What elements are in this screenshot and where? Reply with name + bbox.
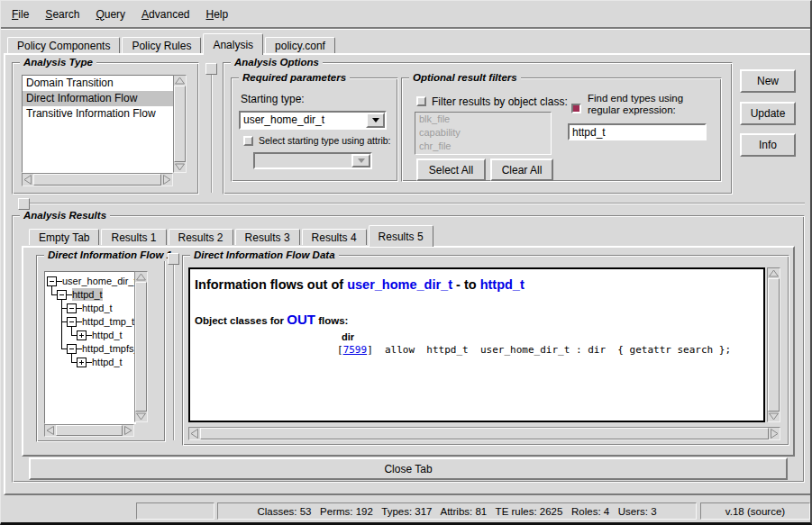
list-item[interactable]: Transitive Information Flow bbox=[23, 106, 174, 122]
flow-data-vscroll[interactable] bbox=[767, 267, 780, 422]
scroll-thumb[interactable] bbox=[768, 278, 780, 412]
flow-data-text[interactable]: Information flows out of user_home_dir_t… bbox=[188, 267, 765, 422]
starting-type-label: Starting type: bbox=[241, 93, 305, 105]
scroll-down-icon[interactable] bbox=[174, 162, 186, 172]
scroll-thumb[interactable] bbox=[56, 425, 123, 436]
tree-node-httpd-tmpfs-t[interactable]: httpd_tmpfs_t bbox=[82, 342, 136, 355]
results-tab-results-3[interactable]: Results 3 bbox=[235, 229, 300, 245]
analysis-type-vscroll[interactable] bbox=[173, 75, 187, 173]
regex-input[interactable] bbox=[568, 123, 707, 140]
scroll-thumb[interactable] bbox=[33, 174, 161, 186]
tab-policy-components[interactable]: Policy Components bbox=[7, 37, 120, 53]
tree-collapse-icon[interactable] bbox=[67, 303, 77, 313]
scroll-right-icon[interactable] bbox=[123, 425, 133, 436]
rule-line: [7599] allow httpd_t user_home_dir_t : d… bbox=[337, 344, 763, 356]
results-tab-empty-tab[interactable]: Empty Tab bbox=[29, 229, 99, 245]
flow-tree-vscroll[interactable] bbox=[134, 271, 148, 422]
optional-filters-group: Optional result filters Filter results b… bbox=[401, 77, 722, 182]
tree-collapse-icon[interactable] bbox=[67, 317, 77, 327]
attrib-combobox-value bbox=[255, 154, 351, 167]
info-button[interactable]: Info bbox=[740, 133, 796, 157]
attrib-checkbox[interactable] bbox=[243, 136, 253, 146]
list-item: blk_file bbox=[415, 113, 551, 126]
scroll-right-icon[interactable] bbox=[769, 428, 780, 439]
menu-item-help[interactable]: Help bbox=[205, 8, 228, 21]
scroll-left-icon[interactable] bbox=[23, 174, 33, 186]
chevron-down-icon bbox=[358, 158, 365, 163]
update-button[interactable]: Update bbox=[740, 102, 796, 125]
pane-sash-line[interactable] bbox=[211, 75, 213, 193]
tree-node-httpd-t[interactable]: httpd_t bbox=[92, 329, 123, 341]
flow-tree-hscroll[interactable] bbox=[44, 424, 134, 437]
tree-node-user-home-dir-t[interactable]: user_home_dir_t bbox=[62, 275, 136, 287]
scroll-up-icon[interactable] bbox=[768, 268, 780, 278]
scroll-down-icon[interactable] bbox=[135, 412, 147, 421]
object-class-filter-checkbox[interactable] bbox=[416, 96, 426, 106]
menu-item-query[interactable]: Query bbox=[96, 8, 125, 21]
tree-connector-line bbox=[51, 286, 52, 294]
results-sash-line[interactable] bbox=[30, 203, 805, 204]
tree-node-httpd-tmp-t[interactable]: httpd_tmp_t bbox=[82, 315, 134, 328]
tree-data-sash-handle[interactable] bbox=[168, 253, 179, 265]
menu-item-advanced[interactable]: Advanced bbox=[141, 8, 189, 21]
tree-node-httpd-t[interactable]: httpd_t bbox=[72, 288, 103, 301]
select-all-button[interactable]: Select All bbox=[416, 158, 486, 181]
scroll-down-icon[interactable] bbox=[768, 412, 780, 421]
results-tab-results-5[interactable]: Results 5 bbox=[369, 225, 433, 247]
results-tab-bar: Empty TabResults 1Results 2Results 3Resu… bbox=[29, 226, 433, 247]
tree-connector-line bbox=[71, 327, 72, 335]
tree-node-httpd-t[interactable]: httpd_t bbox=[82, 302, 113, 314]
apol-window: FileSearchQueryAdvancedHelp Policy Compo… bbox=[0, 0, 812, 525]
scroll-thumb[interactable] bbox=[200, 428, 769, 439]
new-button[interactable]: New bbox=[740, 69, 796, 93]
pane-sash-handle[interactable] bbox=[205, 63, 217, 75]
flow-data-group: Direct Information Flow Data Information… bbox=[182, 255, 789, 446]
combobox-arrow-button bbox=[351, 154, 370, 167]
regex-checkbox-label: Find end types using regular expression: bbox=[588, 93, 716, 116]
tree-expand-icon[interactable] bbox=[77, 330, 87, 340]
chevron-down-icon bbox=[372, 118, 379, 122]
results-sash-handle[interactable] bbox=[18, 198, 30, 210]
tree-expand-icon[interactable] bbox=[77, 358, 87, 367]
combobox-arrow-button[interactable] bbox=[366, 113, 385, 128]
scroll-right-icon[interactable] bbox=[161, 174, 172, 186]
tree-collapse-icon[interactable] bbox=[57, 290, 67, 300]
object-class-list: blk_filecapabilitychr_file bbox=[415, 112, 552, 155]
tree-collapse-icon[interactable] bbox=[47, 276, 57, 286]
clear-all-button[interactable]: Clear All bbox=[490, 158, 553, 181]
scroll-thumb[interactable] bbox=[174, 86, 186, 162]
status-version: v.18 (source) bbox=[700, 502, 810, 520]
list-item[interactable]: Direct Information Flow bbox=[23, 91, 174, 106]
menu-item-search[interactable]: Search bbox=[45, 8, 79, 21]
attrib-combobox bbox=[253, 152, 372, 169]
scroll-left-icon[interactable] bbox=[189, 428, 200, 439]
list-item[interactable]: Domain Transition bbox=[23, 76, 174, 91]
tab-analysis[interactable]: Analysis bbox=[203, 33, 263, 55]
menu-item-file[interactable]: File bbox=[12, 8, 29, 21]
tab-policy-conf[interactable]: policy.conf bbox=[265, 37, 335, 53]
results-tab-results-4[interactable]: Results 4 bbox=[302, 229, 367, 245]
scroll-thumb[interactable] bbox=[135, 282, 147, 412]
regex-checkbox[interactable] bbox=[571, 104, 581, 113]
scroll-up-icon[interactable] bbox=[174, 76, 186, 86]
rule-number-link[interactable]: 7599 bbox=[343, 344, 368, 356]
tree-data-sash-line[interactable] bbox=[173, 265, 175, 440]
starting-type-combobox[interactable]: user_home_dir_t bbox=[239, 111, 387, 130]
flow-tree-group: Direct Information Flow 1 user_home_dir_… bbox=[36, 255, 166, 442]
scroll-left-icon[interactable] bbox=[45, 425, 56, 436]
scroll-up-icon[interactable] bbox=[135, 272, 147, 282]
tab-policy-rules[interactable]: Policy Rules bbox=[122, 37, 201, 53]
status-bar: Classes: 53 Perms: 192 Types: 317 Attrib… bbox=[1, 492, 812, 523]
results-tab-results-2[interactable]: Results 2 bbox=[169, 229, 233, 245]
analysis-type-hscroll[interactable] bbox=[22, 173, 173, 186]
attrib-checkbox-label: Select starting type using attrib: bbox=[259, 135, 391, 146]
results-tab-results-1[interactable]: Results 1 bbox=[101, 229, 166, 245]
analysis-type-list: Domain TransitionDirect Information Flow… bbox=[22, 75, 175, 173]
required-parameters-title: Required parameters bbox=[239, 71, 350, 84]
tree-collapse-icon[interactable] bbox=[67, 344, 77, 354]
close-tab-button[interactable]: Close Tab bbox=[29, 457, 788, 480]
flow-data-hscroll[interactable] bbox=[188, 427, 780, 440]
flow-source-type: user_home_dir_t bbox=[347, 277, 452, 292]
starting-type-value: user_home_dir_t bbox=[241, 113, 366, 128]
tree-node-httpd-t[interactable]: httpd_t bbox=[92, 356, 123, 368]
